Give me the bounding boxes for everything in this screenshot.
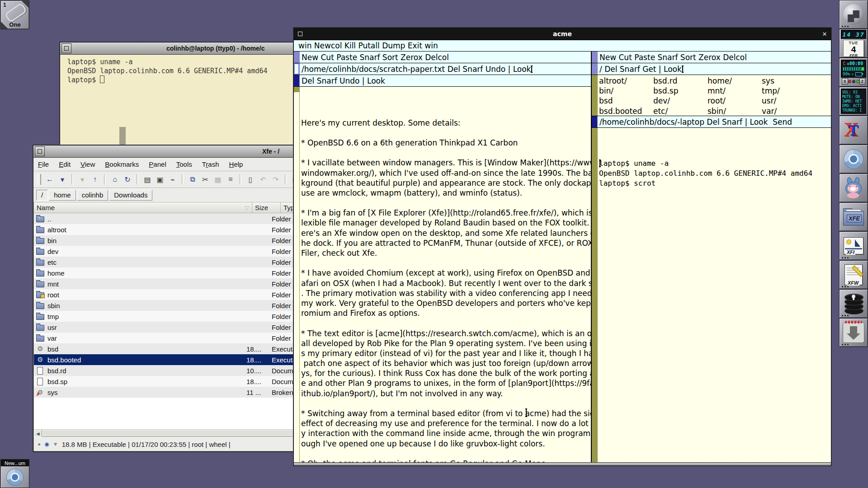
acme-scrollbar[interactable]	[592, 128, 598, 462]
window-tag-scratch-paper[interactable]: /home/colinhb/docs/scratch-paper.txt Del…	[294, 63, 591, 75]
dir-entry[interactable]: mnt/	[708, 86, 762, 96]
menu-item[interactable]: Tools	[176, 160, 192, 168]
dock-tile-xfi[interactable]: XFI	[839, 231, 868, 260]
column-layout-box[interactable]	[294, 52, 300, 63]
column-tag[interactable]: New Cut Paste Snarf Sort Zerox Delcol	[592, 52, 831, 63]
acme-text-line: windowmaker.org/), which I've used off-a…	[301, 168, 590, 178]
menu-item[interactable]: Trash	[202, 160, 219, 168]
menu-item[interactable]: Edit	[59, 160, 71, 168]
menu-item[interactable]: Help	[229, 160, 243, 168]
resize-bar[interactable]	[294, 462, 831, 465]
acme-text-line: s my primary editor (instead of vi) for …	[301, 348, 590, 358]
acme-dir-listing[interactable]: altroot/bsd.rdhome/sysbin/bsd.spmnt/tmp/…	[592, 75, 831, 116]
dock-tile-wminfo[interactable]: VOL: 93 MUTE: ON IWMO: HET EMO: ACTI TRU…	[839, 87, 868, 116]
miniwindow-chromium[interactable]: New...um	[0, 459, 29, 488]
dir-entry[interactable]: altroot/	[599, 76, 653, 86]
toolbar-button[interactable]: ⌂	[108, 173, 121, 186]
filter-icon[interactable]: ▼	[53, 441, 58, 447]
dir-entry[interactable]: var/	[762, 106, 780, 116]
toolbar-button[interactable]: ▦	[212, 173, 224, 186]
dock-tile-wmclock[interactable]: 14 37 TUE 4 FEB	[839, 29, 868, 58]
toolbar-button[interactable]	[104, 174, 106, 185]
dir-entry[interactable]: sys	[762, 76, 780, 86]
toolbar-button[interactable]: ↑	[89, 173, 101, 186]
dock-tile-gnustep[interactable]	[839, 0, 868, 29]
file-icon	[36, 237, 45, 244]
toolbar-button[interactable]: ↷	[269, 173, 282, 186]
dock-tile-chromium[interactable]	[839, 145, 868, 174]
column-tag[interactable]: New Cut Paste Snarf Sort Zerox Delcol	[294, 52, 591, 63]
column-header-size[interactable]: Size	[252, 202, 281, 213]
dock-tile-xfw[interactable]: XFW	[839, 260, 868, 289]
standby-button[interactable]: Z	[859, 78, 866, 84]
dir-entry[interactable]: dev/	[653, 96, 708, 106]
acme-scrollbar[interactable]	[294, 87, 300, 462]
dock-tile-downloader[interactable]	[839, 318, 868, 347]
dir-entry[interactable]: bsd.sp	[653, 86, 708, 96]
toolbar-button[interactable]	[285, 174, 287, 185]
path-button-home[interactable]: home	[49, 190, 76, 201]
toolbar-button[interactable]: ▯	[244, 173, 257, 186]
window-layout-box[interactable]	[592, 63, 598, 75]
window-layout-box[interactable]	[294, 63, 300, 75]
dir-entry[interactable]: usr/	[762, 96, 780, 106]
toolbar-button[interactable]: ✂	[199, 173, 212, 186]
acme-body-text[interactable]: Here's my current desktop. Some details:…	[294, 87, 591, 462]
dir-entry[interactable]: bsd.rd	[653, 76, 708, 86]
close-icon[interactable]: ✕	[820, 29, 830, 39]
hidden-files-icon[interactable]: ◉	[44, 441, 49, 447]
toolbar-button[interactable]: ↻	[121, 173, 134, 186]
menu-item[interactable]: Bookmarks	[105, 160, 139, 168]
toolbar-button[interactable]	[182, 174, 184, 185]
toolbar-button[interactable]: ↶	[257, 173, 269, 186]
dock-tile-xterm[interactable]: XT	[839, 116, 868, 145]
acme-scrollbar[interactable]	[592, 75, 598, 116]
dir-entry[interactable]: tmp/	[762, 86, 780, 96]
toolbar-button[interactable]	[71, 174, 73, 185]
file-icon	[36, 248, 45, 255]
window-tag-root-dir[interactable]: / Del Snarf Get | Look	[592, 63, 831, 75]
acme-right-column: New Cut Paste Snarf Sort Zerox Delcol / …	[592, 52, 831, 462]
window-layout-box[interactable]	[294, 75, 300, 86]
toolbar-button[interactable]	[137, 174, 138, 185]
column-header-name[interactable]: Name▽	[34, 202, 252, 213]
window-tag-win-shell[interactable]: /home/colinhb/docs/-laptop Del Snarf | L…	[592, 116, 831, 128]
toolbar-handle[interactable]	[38, 174, 41, 185]
window-layout-box[interactable]	[592, 116, 598, 127]
dir-entry[interactable]: home/	[708, 76, 762, 86]
toolbar-button[interactable]: ⌁	[166, 173, 179, 186]
toolbar-button[interactable]: ⧉	[186, 173, 199, 186]
path-button-colinhb[interactable]: colinhb	[77, 190, 108, 201]
dock-tile-xfe[interactable]: XFE	[839, 202, 868, 231]
toolbar-button[interactable]: ▾	[56, 173, 69, 186]
window-menu-button[interactable]	[61, 43, 71, 53]
dir-entry[interactable]: root/	[708, 96, 762, 106]
column-layout-box[interactable]	[592, 52, 598, 63]
dock-tile-password-safe[interactable]	[839, 289, 868, 318]
path-button-root[interactable]: /	[36, 190, 48, 201]
acme-titlebar[interactable]: acme ✕	[294, 28, 831, 40]
workspace-clip[interactable]: 1 One	[0, 0, 29, 29]
dir-entry[interactable]: bin/	[599, 86, 653, 96]
toolbar-button[interactable]: ≡	[224, 173, 237, 186]
dir-entry[interactable]: bsd	[599, 96, 653, 106]
acme-main-tag[interactable]: win Newcol Kill Putall Dump Exit win	[294, 40, 831, 52]
dock-tile-bunny[interactable]	[839, 174, 868, 202]
toolbar-button[interactable]	[240, 174, 241, 185]
toolbar-button[interactable]: ▣	[154, 173, 166, 186]
toolbar-button[interactable]: ▤	[141, 173, 154, 186]
dock-tile-wmapm[interactable]: C+00:00 99%⌁ S Z	[839, 58, 868, 87]
menu-item[interactable]: Panel	[149, 160, 166, 168]
menu-item[interactable]: View	[80, 160, 95, 168]
window-tag-unnamed[interactable]: Del Snarf Undo | Look	[294, 75, 591, 87]
menu-item[interactable]: File	[38, 160, 49, 168]
toolbar-button[interactable]: ▾	[76, 173, 89, 186]
dir-entry[interactable]: bsd.booted	[599, 106, 653, 116]
acme-win-terminal[interactable]: laptop$ uname -aOpenBSD laptop.colinhb.c…	[592, 128, 831, 462]
dir-entry[interactable]: sbin/	[708, 106, 762, 116]
path-button-downloads[interactable]: Downloads	[109, 190, 152, 201]
suspend-button[interactable]: S	[842, 78, 848, 84]
dir-entry[interactable]: etc/	[653, 106, 708, 116]
toolbar-button[interactable]: ←	[43, 173, 56, 186]
acme-window[interactable]: acme ✕ win Newcol Kill Putall Dump Exit …	[293, 28, 831, 466]
